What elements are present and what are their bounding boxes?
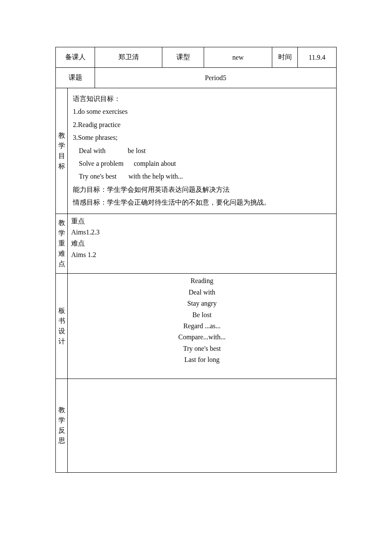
topic-row: 课题 Period5 — [56, 68, 337, 88]
lesson-plan-table: 备课人 郑卫清 课型 new 时间 11.9.4 课题 Period5 教学目标… — [55, 47, 337, 473]
phrase-row-2: Solve a problem complain about — [73, 157, 331, 170]
phrase-row-1: Deal with be lost — [73, 145, 331, 157]
focus-line-3: 难点 — [71, 238, 333, 249]
topic-value: Period5 — [95, 68, 337, 88]
phrase-2b: complain about — [134, 160, 176, 167]
reflection-label: 教学反思 — [56, 379, 68, 472]
topic-label: 课题 — [56, 68, 95, 88]
phrase-3a: Try one's best — [79, 173, 117, 180]
phrase-2a: Solve a problem — [79, 160, 124, 167]
focus-row: 教学重难点 重点 Aims1.2.3 难点 Aims 1.2 — [56, 214, 337, 274]
focus-line-1: 重点 — [71, 216, 333, 227]
board-line-7: Try one's best — [73, 343, 331, 354]
objectives-label: 教学目标 — [56, 88, 68, 214]
focus-line-2: Aims1.2.3 — [71, 227, 333, 238]
phrase-3b: with the help with... — [129, 173, 183, 180]
time-label: 时间 — [272, 47, 298, 68]
board-row: 板书设计 Reading Deal with Stay angry Be los… — [56, 274, 337, 379]
phrase-1b: be lost — [128, 147, 146, 154]
preparer-label: 备课人 — [56, 47, 95, 68]
reflection-content — [68, 379, 337, 472]
objective-item-1: 1.do some exercises — [73, 105, 331, 118]
type-value: new — [204, 47, 272, 68]
board-content: Reading Deal with Stay angry Be lost Reg… — [68, 274, 337, 379]
objective-item-2: 2.Readig practice — [73, 119, 331, 131]
phrase-1a: Deal with — [79, 147, 106, 154]
emotion-goal: 情感目标：学生学会正确对待生活中的不如意，要化问题为挑战。 — [73, 196, 331, 209]
reflection-row: 教学反思 — [56, 379, 337, 472]
time-value: 11.9.4 — [298, 47, 337, 68]
board-line-4: Be lost — [73, 309, 331, 321]
board-line-1: Reading — [73, 275, 331, 286]
objectives-content: 语言知识目标： 1.do some exercises 2.Readig pra… — [68, 88, 337, 214]
type-label: 课型 — [162, 47, 204, 68]
preparer-value: 郑卫清 — [95, 47, 162, 68]
focus-line-4: Aims 1.2 — [71, 249, 333, 260]
focus-content: 重点 Aims1.2.3 难点 Aims 1.2 — [68, 214, 337, 274]
board-line-5: Regard ...as... — [73, 321, 331, 332]
board-label: 板书设计 — [56, 274, 68, 379]
header-row: 备课人 郑卫清 课型 new 时间 11.9.4 — [56, 47, 337, 68]
objective-item-3: 3.Some phrases; — [73, 131, 331, 144]
focus-label: 教学重难点 — [56, 214, 68, 274]
objectives-row: 教学目标 语言知识目标： 1.do some exercises 2.Readi… — [56, 88, 337, 214]
board-line-8: Last for long — [73, 354, 331, 365]
phrase-row-3: Try one's best with the help with... — [73, 170, 331, 183]
board-line-2: Deal with — [73, 287, 331, 298]
ability-goal: 能力目标：学生学会如何用英语表达问题及解决方法 — [73, 183, 331, 196]
board-line-3: Stay angry — [73, 298, 331, 309]
board-line-6: Compare...with... — [73, 332, 331, 343]
knowledge-header: 语言知识目标： — [73, 92, 331, 105]
